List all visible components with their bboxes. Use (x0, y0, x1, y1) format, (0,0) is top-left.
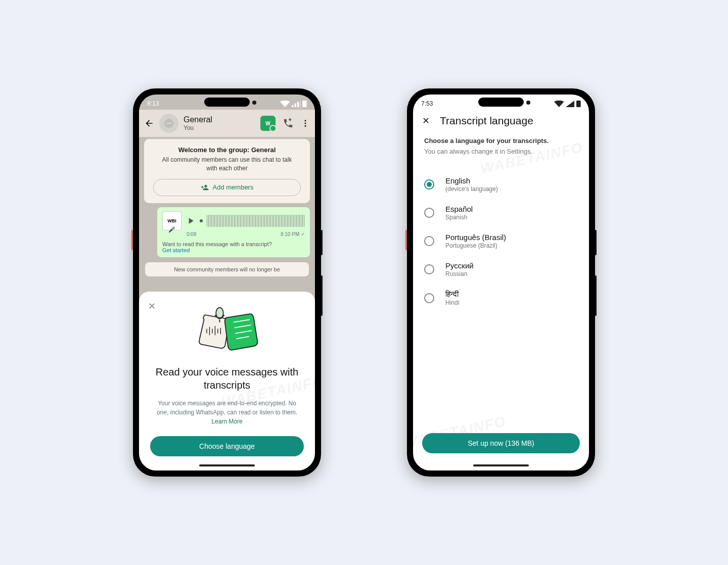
page-title: Transcript language (440, 115, 533, 127)
battery-icon (302, 101, 307, 107)
status-time: 8:13 (147, 100, 159, 107)
header-title-block[interactable]: General You (184, 115, 255, 131)
system-message: New community members will no longer be (145, 262, 309, 276)
svg-point-3 (305, 123, 306, 124)
wifi-icon (554, 101, 564, 107)
language-list: English(device's language) EspañolSpanis… (413, 163, 589, 319)
voice-message-bubble[interactable]: WBI 0:08 8:10 PM ✓ Want to read this mes… (157, 207, 310, 257)
svg-point-4 (305, 125, 306, 127)
phone-2: 7:53 ✕ Transcript language WABETAINFO Ch… (407, 88, 595, 477)
voice-duration: 0:08 (187, 231, 196, 237)
radio-icon (424, 236, 434, 246)
wifi-icon (280, 101, 290, 107)
svg-rect-11 (576, 101, 581, 107)
person-add-icon (201, 183, 209, 192)
add-members-button[interactable]: Add members (153, 179, 301, 196)
battery-icon (576, 101, 581, 107)
sheet-body: Your voice messages are end-to-end encry… (150, 399, 304, 426)
gesture-bar[interactable] (473, 464, 529, 466)
title-bar: ✕ Transcript language (413, 110, 589, 135)
radio-selected-icon (424, 179, 434, 190)
language-option-spanish[interactable]: EspañolSpanish (424, 199, 578, 227)
radio-icon (424, 293, 434, 303)
language-option-portuguese[interactable]: Português (Brasil)Portuguese (Brazil) (424, 227, 578, 255)
group-avatar[interactable] (159, 114, 178, 133)
transcript-illustration (189, 306, 265, 356)
signal-icon (566, 101, 574, 107)
playhead-dot (200, 219, 203, 222)
status-time: 7:53 (421, 100, 433, 107)
language-option-english[interactable]: English(device's language) (424, 170, 578, 199)
svg-rect-0 (302, 101, 307, 107)
instruction-secondary: You can always change it in Settings. (424, 148, 578, 155)
instruction-primary: Choose a language for your transcripts. (424, 137, 578, 145)
waveform[interactable] (207, 215, 305, 227)
instructions: Choose a language for your transcripts. … (413, 135, 589, 163)
setup-now-button[interactable]: Set up now (136 MB) (422, 433, 580, 453)
get-started-link[interactable]: Get started (162, 247, 305, 253)
chat-header: General You W (139, 110, 315, 137)
info-subtitle: All community members can use this chat … (153, 156, 301, 173)
transcript-prompt: Want to read this message with a transcr… (162, 241, 305, 247)
close-icon[interactable]: ✕ (422, 115, 430, 126)
chat-name: General (184, 115, 255, 124)
status-bar: 8:13 (139, 95, 315, 110)
signal-icon (292, 101, 300, 107)
call-add-icon[interactable] (283, 118, 294, 129)
add-members-label: Add members (213, 183, 254, 191)
voice-timestamp: 8:10 PM ✓ (281, 231, 305, 237)
status-bar: 7:53 (413, 95, 589, 110)
app-badge[interactable]: W (260, 116, 276, 131)
language-option-russian[interactable]: РусскийRussian (424, 255, 578, 284)
svg-point-2 (305, 120, 306, 121)
sheet-title: Read your voice messages with transcript… (150, 365, 304, 392)
info-title: Welcome to the group: General (153, 146, 301, 154)
chat-subtitle: You (184, 124, 255, 131)
status-icons (554, 101, 581, 107)
more-icon[interactable] (301, 119, 310, 128)
gesture-bar[interactable] (199, 464, 255, 466)
chat-icon (163, 118, 174, 129)
phone-1: 8:13 General You W (133, 88, 321, 477)
learn-more-link[interactable]: Learn More (211, 418, 242, 425)
close-icon[interactable]: ✕ (148, 301, 156, 312)
language-option-hindi[interactable]: हिन्दीHindi (424, 284, 578, 312)
back-icon[interactable] (144, 118, 154, 128)
group-info-card: Welcome to the group: General All commun… (144, 139, 310, 203)
choose-language-button[interactable]: Choose language (150, 436, 304, 456)
sender-avatar: WBI (162, 211, 181, 230)
play-icon[interactable] (186, 216, 196, 226)
radio-icon (424, 208, 434, 218)
status-icons (280, 101, 307, 107)
bottom-sheet: ✕ Read your voice messages with transcri… (139, 292, 315, 470)
radio-icon (424, 264, 434, 274)
